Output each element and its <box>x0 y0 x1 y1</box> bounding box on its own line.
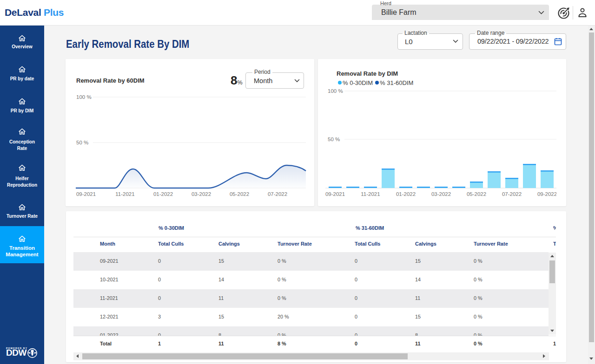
svg-text:09-2022: 09-2022 <box>537 191 556 197</box>
svg-text:05-2022: 05-2022 <box>467 191 486 197</box>
svg-text:09-2021: 09-2021 <box>76 191 96 197</box>
svg-text:11-2021: 11-2021 <box>361 191 380 197</box>
svg-text:01-2022: 01-2022 <box>396 191 416 197</box>
svg-text:11-2021: 11-2021 <box>115 191 134 197</box>
svg-text:50 %: 50 % <box>328 136 340 142</box>
svg-text:07-2022: 07-2022 <box>268 191 287 197</box>
svg-text:09-2021: 09-2021 <box>325 191 345 197</box>
svg-text:05-2022: 05-2022 <box>230 191 249 197</box>
svg-text:100 %: 100 % <box>76 94 92 100</box>
svg-text:03-2022: 03-2022 <box>192 191 211 197</box>
svg-text:50 %: 50 % <box>76 140 88 145</box>
svg-text:07-2022: 07-2022 <box>502 191 522 197</box>
svg-text:03-2022: 03-2022 <box>431 191 451 197</box>
svg-text:100 %: 100 % <box>328 88 343 94</box>
svg-text:01-2022: 01-2022 <box>153 191 173 197</box>
